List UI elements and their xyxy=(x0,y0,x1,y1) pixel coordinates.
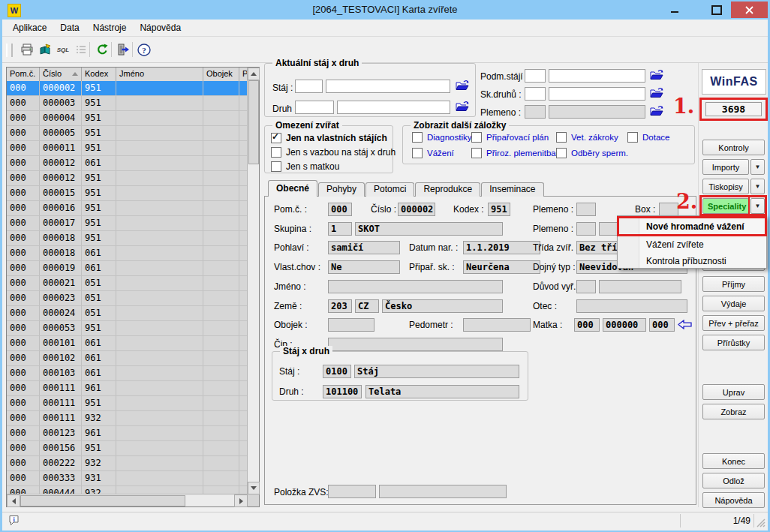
sk-druhu-code-input[interactable] xyxy=(525,87,546,101)
vlast-chov-field[interactable]: Ne xyxy=(328,260,400,274)
tab-obecné[interactable]: Obecné xyxy=(268,180,317,197)
resize-grip[interactable] xyxy=(756,518,765,530)
pedometr-field[interactable] xyxy=(463,318,531,332)
table-row[interactable]: 000000111932 xyxy=(7,411,248,426)
list-button[interactable] xyxy=(74,42,89,57)
menu-item-1[interactable]: Nové hromadné vážení xyxy=(618,218,766,235)
menu-aplikace[interactable]: Aplikace xyxy=(6,20,53,35)
menu-item-3[interactable]: Kontrola příbuznosti xyxy=(618,253,766,269)
checkbox-icon[interactable] xyxy=(471,132,482,143)
duvod-vyr-field-1[interactable] xyxy=(576,280,596,293)
menu-data[interactable]: Data xyxy=(53,20,86,35)
uprav-button[interactable]: Uprav xyxy=(702,384,765,400)
kontroly-button[interactable]: Kontroly xyxy=(702,140,765,155)
plemeno1-field[interactable] xyxy=(576,203,596,216)
checkbox-item[interactable]: Jen s matkou xyxy=(271,161,339,172)
cislo-field[interactable]: 000002 xyxy=(398,203,435,216)
table-row[interactable]: 000000444932 xyxy=(7,486,248,494)
checkbox-item[interactable]: Diagnostiky xyxy=(412,132,471,143)
checkbox-item[interactable]: Dotace xyxy=(627,132,669,143)
druh-name-input[interactable] xyxy=(337,101,450,114)
checkbox-icon[interactable] xyxy=(412,148,423,158)
plemeno-filter-code-input[interactable] xyxy=(525,105,546,119)
table-row[interactable]: 000000023051 xyxy=(7,291,248,306)
table-row[interactable]: 000000002951 xyxy=(7,81,248,96)
plemeno-filter-folder-icon[interactable] xyxy=(650,105,663,116)
checkbox-item[interactable]: Připařovací plán xyxy=(471,132,549,143)
checkbox-icon[interactable] xyxy=(412,132,423,143)
table-row[interactable]: 000000222932 xyxy=(7,456,248,471)
podm-staji-folder-icon[interactable] xyxy=(650,69,663,80)
checkbox-icon[interactable] xyxy=(556,132,567,143)
column-header-2[interactable]: Číslo xyxy=(40,68,82,81)
v-daje-button[interactable]: Výdaje xyxy=(702,296,765,311)
druh-lookup-folder-icon[interactable] xyxy=(456,101,469,112)
group-staj-code-field[interactable]: 0100 xyxy=(323,365,351,378)
table-row[interactable]: 000000012061 xyxy=(7,156,248,171)
checkbox-icon[interactable] xyxy=(556,148,567,158)
datum-nar-field[interactable]: 1.1.2019 xyxy=(463,241,540,254)
table-row[interactable]: 000000024051 xyxy=(7,306,248,321)
obojek-field[interactable] xyxy=(328,318,374,332)
pripar-sk-field[interactable]: Neurčena xyxy=(463,260,540,274)
p-r-stky-button[interactable]: Přírůstky xyxy=(702,335,765,350)
checkbox-icon[interactable] xyxy=(627,132,638,143)
n-pov-da-button[interactable]: Nápověda xyxy=(702,492,765,508)
sk-druhu-name-input[interactable] xyxy=(549,87,645,101)
odlo--button[interactable]: Odlož xyxy=(702,473,765,488)
column-header-1[interactable]: Pom.č. xyxy=(7,68,40,81)
matka-field-1[interactable]: 000 xyxy=(574,318,600,332)
tiskopisy-button[interactable]: Tiskopisy xyxy=(702,179,749,194)
tiskopisy-dropdown-button[interactable]: ▼ xyxy=(750,179,765,194)
skupina-name-field[interactable]: SKOT xyxy=(355,222,503,236)
table-row[interactable]: 000000156951 xyxy=(7,441,248,456)
importy-dat-button[interactable]: Importy dat xyxy=(702,159,749,175)
scroll-up-button[interactable] xyxy=(248,68,260,80)
konec-button[interactable]: Konec xyxy=(702,453,765,469)
skupina-code-field[interactable]: 1 xyxy=(328,222,352,236)
checkbox-icon[interactable] xyxy=(271,147,281,158)
menu-item-2[interactable]: Vážení zvířete xyxy=(618,236,766,253)
sql-button[interactable]: SQL xyxy=(56,42,71,57)
table-row[interactable]: 000000012951 xyxy=(7,171,248,186)
print-button[interactable] xyxy=(20,42,35,57)
sk-druhu-folder-icon[interactable] xyxy=(650,87,663,98)
horizontal-scroll-thumb[interactable] xyxy=(20,495,185,506)
plemeno-filter-name-input[interactable] xyxy=(549,105,645,119)
zobraz-button[interactable]: Zobraz xyxy=(702,404,765,419)
table-row[interactable]: 000000103061 xyxy=(7,366,248,381)
p-ev-p-e-az-button[interactable]: Přev + přeřaz xyxy=(702,315,765,331)
otec-field[interactable] xyxy=(576,299,687,313)
table-row[interactable]: 000000101061 xyxy=(7,336,248,351)
tab-inseminace[interactable]: Inseminace xyxy=(481,182,543,197)
table-row[interactable]: 000000015951 xyxy=(7,186,248,201)
polozka-zvs-field-2[interactable] xyxy=(379,485,507,498)
table-row[interactable]: 000000004951 xyxy=(7,111,248,126)
exit-button[interactable] xyxy=(116,42,131,57)
speciality-button[interactable]: Speciality xyxy=(702,198,749,214)
menu-nastroje[interactable]: Nástroje xyxy=(86,20,134,35)
vertical-scrollbar[interactable] xyxy=(247,68,259,494)
jmeno-field[interactable] xyxy=(328,280,503,293)
table-row[interactable]: 000000003951 xyxy=(7,96,248,111)
table-row[interactable]: 000000017951 xyxy=(7,216,248,231)
staj-name-input[interactable] xyxy=(326,80,450,93)
scroll-down-button[interactable] xyxy=(248,482,260,494)
plemeno2-field-1[interactable] xyxy=(576,222,596,236)
table-row[interactable]: 000000005951 xyxy=(7,126,248,141)
druh-code-input[interactable] xyxy=(295,101,334,114)
matka-field-3[interactable]: 000 xyxy=(649,318,675,332)
minimize-button[interactable] xyxy=(663,2,686,18)
table-row[interactable]: 000000018951 xyxy=(7,231,248,246)
help-button[interactable]: ? xyxy=(137,42,152,57)
refresh-button[interactable] xyxy=(95,42,110,57)
column-header-3[interactable]: Kodex xyxy=(82,68,116,81)
horizontal-scrollbar[interactable] xyxy=(7,494,248,506)
table-row[interactable]: 000000102061 xyxy=(7,351,248,366)
podm-staji-name-input[interactable] xyxy=(549,69,645,83)
checkbox-item[interactable]: Vážení xyxy=(412,148,454,158)
scroll-left-button[interactable] xyxy=(7,494,20,507)
menu-napoveda[interactable]: Nápověda xyxy=(133,20,188,35)
staj-code-input[interactable] xyxy=(295,80,323,93)
close-button[interactable] xyxy=(731,2,768,18)
